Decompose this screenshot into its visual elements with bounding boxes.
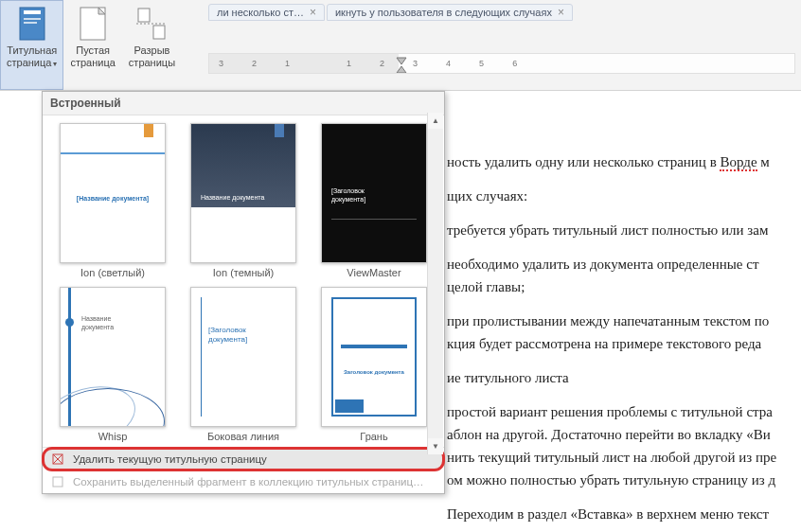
doc-text: целой главы;	[447, 276, 792, 297]
ruler-tick: 3	[219, 59, 223, 68]
dropdown-header: Встроенный	[43, 92, 444, 115]
thumb-label: ViewMaster	[347, 267, 400, 278]
template-viewmaster[interactable]: [Заголовок документа] ViewMaster	[312, 123, 436, 281]
thumb-title: [Заголовок документа]	[208, 326, 247, 345]
ribbon: Титульная страница▾ Пустая страница Разр…	[0, 0, 801, 91]
cover-page-button[interactable]: Титульная страница▾	[0, 0, 63, 90]
ruler-tick: 5	[479, 59, 484, 68]
ruler-tick: 2	[380, 59, 384, 68]
doc-text: ность удалить одну или несколько страниц…	[447, 154, 720, 169]
page-break-label: Разрыв страницы	[129, 44, 175, 69]
svg-marker-9	[397, 66, 406, 73]
svg-rect-13	[53, 477, 62, 487]
tab-2-title: икнуть у пользователя в следующих случая…	[335, 7, 552, 18]
doc-text: при пролистывании между напечатанным тек…	[447, 310, 792, 331]
close-icon[interactable]: ×	[558, 7, 564, 18]
template-whisp[interactable]: Название документа Whisp	[50, 287, 175, 445]
document-body[interactable]: ность удалить одну или несколько страниц…	[447, 151, 797, 528]
action-label: Удалить текущую титульную страницу	[73, 453, 267, 465]
blank-page-label: Пустая страница	[70, 44, 115, 69]
thumb-label: Ion (светлый)	[80, 267, 145, 278]
template-grid: [Название документа] Ion (светлый) Назва…	[43, 115, 444, 447]
thumb-title: [Заголовок документа]	[331, 186, 365, 204]
svg-rect-1	[24, 10, 41, 14]
scroll-up-icon[interactable]: ▲	[428, 113, 443, 129]
doc-text: кция будет рассмотрена на примере тексто…	[447, 333, 792, 354]
doc-text: необходимо удалить из документа определе…	[447, 254, 792, 275]
tab-1-title: ли несколько ст…	[217, 7, 304, 18]
cover-page-icon	[17, 5, 47, 43]
blank-page-icon	[78, 5, 108, 43]
svg-rect-2	[24, 18, 41, 20]
action-label: Сохранить выделенный фрагмент в коллекци…	[73, 476, 424, 488]
doc-text: ие титульного листа	[447, 367, 792, 388]
svg-marker-8	[397, 58, 406, 64]
doc-text: требуется убрать титульный лист полность…	[447, 220, 792, 240]
doc-text: Переходим в раздел «Вставка» в верхнем м…	[447, 504, 792, 524]
doc-tab-2[interactable]: икнуть у пользователя в следующих случая…	[327, 4, 573, 21]
doc-text: аблон на другой. Достаточно перейти во в…	[447, 424, 792, 445]
thumb-title: Название документа	[81, 314, 114, 331]
thumb-label: Ion (темный)	[213, 267, 274, 278]
doc-text: м	[757, 154, 770, 169]
doc-text: нить текущий титульный лист на любой дру…	[447, 447, 792, 468]
page-break-button[interactable]: Разрыв страницы	[122, 0, 182, 90]
cover-page-dropdown: Встроенный [Название документа] Ion (све…	[42, 91, 445, 494]
svg-rect-5	[138, 9, 150, 22]
save-selection-action: Сохранить выделенный фрагмент в коллекци…	[43, 470, 444, 493]
delete-icon	[50, 452, 65, 467]
thumb-label: Боковая линия	[207, 431, 279, 442]
thumb-label: Whisp	[98, 431, 128, 442]
spell-error: Ворде	[720, 154, 756, 171]
ruler-tick: 1	[285, 59, 290, 68]
thumb-title: [Название документа]	[61, 195, 165, 202]
svg-rect-6	[153, 26, 165, 39]
dropdown-scrollbar[interactable]: ▲ ▼	[427, 113, 443, 454]
template-edge[interactable]: Заголовок документа Грань	[312, 287, 436, 445]
ruler-tick: 1	[347, 59, 351, 68]
doc-text: ом можно полностью убрать титульную стра…	[447, 470, 792, 490]
thumb-title: Заголовок документа	[322, 369, 426, 375]
indent-marker-icon[interactable]	[395, 54, 408, 74]
thumb-title: Название документа	[201, 194, 264, 201]
doc-text: простой вариант решения проблемы с титул…	[447, 401, 792, 422]
scroll-down-icon[interactable]: ▼	[428, 438, 443, 454]
blank-page-button[interactable]: Пустая страница	[63, 0, 121, 90]
ruler-tick: 6	[512, 59, 517, 68]
document-tabs: ли несколько ст… × икнуть у пользователя…	[208, 2, 575, 23]
delete-cover-page-action[interactable]: Удалить текущую титульную страницу	[43, 448, 444, 470]
doc-tab-1[interactable]: ли несколько ст… ×	[208, 4, 325, 21]
close-icon[interactable]: ×	[310, 7, 316, 18]
chevron-down-icon: ▾	[53, 60, 57, 68]
template-sideline[interactable]: [Заголовок документа] Боковая линия	[181, 287, 306, 445]
ruler-tick: 4	[446, 59, 451, 68]
thumb-label: Грань	[360, 431, 387, 442]
ruler-tick: 3	[413, 59, 418, 68]
svg-rect-3	[24, 22, 37, 24]
save-icon	[50, 474, 65, 489]
dropdown-actions: Удалить текущую титульную страницу Сохра…	[43, 447, 444, 493]
page-break-icon	[136, 5, 167, 43]
doc-text: щих случаях:	[447, 186, 792, 206]
template-ion-light[interactable]: [Название документа] Ion (светлый)	[50, 123, 175, 281]
template-ion-dark[interactable]: Название документа Ion (темный)	[181, 123, 306, 281]
horizontal-ruler[interactable]: 3 2 1 1 2 3 4 5 6	[208, 53, 795, 74]
ruler-tick: 2	[252, 59, 257, 68]
cover-page-label: Титульная страница	[7, 44, 57, 68]
